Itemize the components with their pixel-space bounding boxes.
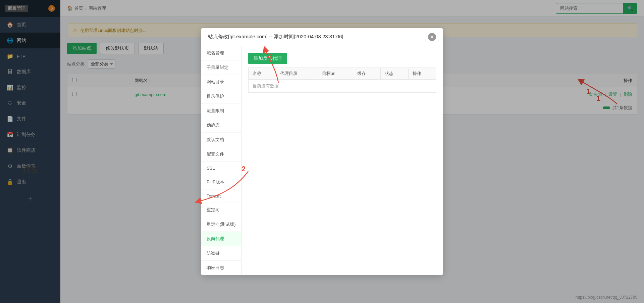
modal-overlay: 站点修改[git.example.com] -- 添加时间[2020-04-08… (0, 0, 644, 303)
modal-sidebar-item-phpver[interactable]: PHP版本 (201, 175, 241, 189)
modal-sidebar: 域名管理 子目录绑定 网站目录 目录保护 流量限制 伪静态 默认文档 配置文件 … (201, 46, 241, 275)
modal-sidebar-item-defaultdoc[interactable]: 默认文档 (201, 133, 241, 147)
rp-col-actions: 操作 (408, 68, 436, 79)
modal-sidebar-item-reverseproxy[interactable]: 反向代理 (201, 232, 241, 246)
modal-sidebar-item-ratelimit[interactable]: 流量限制 (201, 104, 241, 118)
modal-sidebar-item-accesslog[interactable]: 响应日志 (201, 261, 241, 275)
modal-header: 站点修改[git.example.com] -- 添加时间[2020-04-08… (201, 28, 443, 46)
modal-sidebar-item-hotlink[interactable]: 防盗链 (201, 246, 241, 261)
annotation-arrow-3 (258, 46, 285, 86)
rp-col-targeturl: 目标url (318, 68, 353, 79)
modal-title: 站点修改[git.example.com] -- 添加时间[2020-04-08… (208, 34, 343, 40)
modal-sidebar-item-redirect[interactable]: 重定向 (201, 203, 241, 217)
modal-close-button[interactable]: × (428, 33, 436, 41)
modal-sidebar-item-configfile[interactable]: 配置文件 (201, 147, 241, 162)
modal: 站点修改[git.example.com] -- 添加时间[2020-04-08… (201, 28, 443, 275)
modal-sidebar-item-ssl[interactable]: SSL (201, 162, 241, 175)
modal-sidebar-item-pseudostatic[interactable]: 伪静态 (201, 118, 241, 133)
rp-col-cache: 缓存 (353, 68, 381, 79)
modal-sidebar-item-sitedir[interactable]: 网站目录 (201, 75, 241, 89)
modal-sidebar-item-subdirmap[interactable]: 子目录绑定 (201, 60, 241, 75)
modal-sidebar-item-dirprotect[interactable]: 目录保护 (201, 89, 241, 104)
modal-content-area: 添加反向代理 名称 代理目录 目标url 缓存 状态 操作 (241, 46, 443, 275)
rp-col-status: 状态 (381, 68, 408, 79)
modal-sidebar-item-redirect-beta[interactable]: 重定向(测试版) (201, 217, 241, 232)
modal-sidebar-item-tomcat[interactable]: Tomcat (201, 189, 241, 203)
modal-sidebar-item-domain[interactable]: 域名管理 (201, 46, 241, 60)
modal-body: 域名管理 子目录绑定 网站目录 目录保护 流量限制 伪静态 默认文档 配置文件 … (201, 46, 443, 275)
